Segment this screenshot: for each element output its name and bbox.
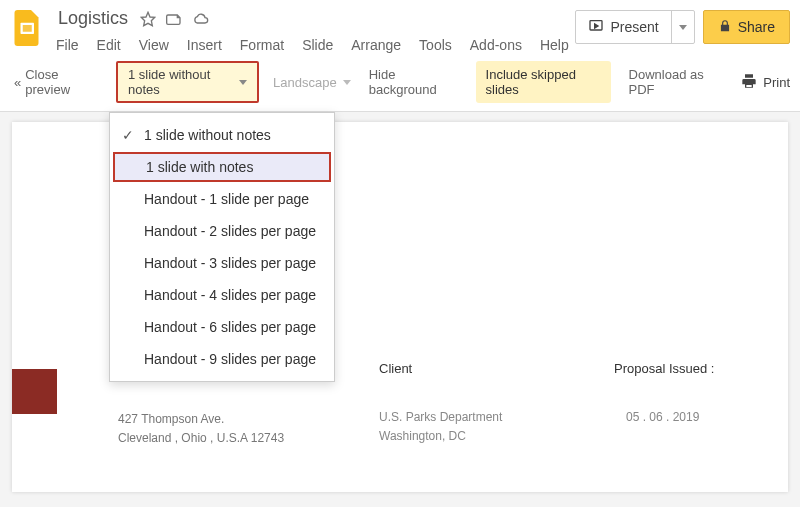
dropdown-item-label: 1 slide without notes: [144, 127, 322, 143]
dropdown-item-handout-2[interactable]: Handout - 2 slides per page: [110, 215, 334, 247]
dropdown-item-label: Handout - 9 slides per page: [144, 351, 322, 367]
print-toolbar: « Close preview 1 slide without notes La…: [0, 53, 800, 112]
dropdown-item-label: Handout - 4 slides per page: [144, 287, 322, 303]
include-skipped-button[interactable]: Include skipped slides: [476, 61, 611, 103]
menu-file[interactable]: File: [56, 37, 79, 53]
caret-down-icon: [679, 25, 687, 30]
share-button[interactable]: Share: [703, 10, 790, 44]
caret-down-icon: [343, 80, 351, 85]
dropdown-item-label: 1 slide with notes: [146, 159, 320, 175]
slide-color-block: [12, 369, 57, 414]
present-button[interactable]: Present: [576, 11, 671, 43]
client-body: U.S. Parks Department Washington, DC: [379, 408, 502, 446]
layout-dropdown-label: 1 slide without notes: [128, 67, 233, 97]
lock-icon: [718, 19, 732, 36]
doc-title[interactable]: Logistics: [56, 6, 130, 31]
print-icon: [741, 73, 757, 92]
client-line2: Washington, DC: [379, 427, 502, 446]
proposal-heading: Proposal Issued :: [614, 361, 714, 376]
check-icon: ✓: [122, 127, 144, 143]
present-button-group: Present: [575, 10, 694, 44]
close-preview-label: Close preview: [25, 67, 98, 97]
client-line1: U.S. Parks Department: [379, 408, 502, 427]
menu-view[interactable]: View: [139, 37, 169, 53]
dropdown-item-label: Handout - 6 slides per page: [144, 319, 322, 335]
cloud-icon[interactable]: [192, 11, 210, 27]
proposal-date: 05 . 06 . 2019: [626, 410, 699, 424]
menu-bar: File Edit View Insert Format Slide Arran…: [56, 37, 575, 53]
svg-marker-2: [141, 12, 154, 25]
layout-dropdown-button[interactable]: 1 slide without notes: [116, 61, 259, 103]
svg-marker-4: [595, 24, 598, 28]
present-icon: [588, 18, 604, 37]
menu-addons[interactable]: Add-ons: [470, 37, 522, 53]
chevron-left-icon: «: [14, 75, 21, 90]
dropdown-item-label: Handout - 2 slides per page: [144, 223, 322, 239]
dropdown-item-1-no-notes[interactable]: ✓ 1 slide without notes: [110, 119, 334, 151]
menu-format[interactable]: Format: [240, 37, 284, 53]
dropdown-item-handout-3[interactable]: Handout - 3 slides per page: [110, 247, 334, 279]
dropdown-item-handout-1[interactable]: Handout - 1 slide per page: [110, 183, 334, 215]
dropdown-item-handout-4[interactable]: Handout - 4 slides per page: [110, 279, 334, 311]
menu-arrange[interactable]: Arrange: [351, 37, 401, 53]
move-icon[interactable]: [166, 11, 182, 27]
slides-logo: [10, 6, 46, 50]
menu-slide[interactable]: Slide: [302, 37, 333, 53]
print-label: Print: [763, 75, 790, 90]
present-label: Present: [610, 19, 658, 35]
slide-address: 427 Thompson Ave. Cleveland , Ohio , U.S…: [118, 410, 284, 448]
dropdown-item-handout-6[interactable]: Handout - 6 slides per page: [110, 311, 334, 343]
hide-background-button[interactable]: Hide background: [365, 63, 462, 101]
print-button[interactable]: Print: [741, 73, 790, 92]
present-dropdown-button[interactable]: [672, 11, 694, 43]
orientation-label: Landscape: [273, 75, 337, 90]
menu-edit[interactable]: Edit: [97, 37, 121, 53]
orientation-dropdown[interactable]: Landscape: [273, 75, 351, 90]
menu-help[interactable]: Help: [540, 37, 569, 53]
star-icon[interactable]: [140, 11, 156, 27]
dropdown-item-handout-9[interactable]: Handout - 9 slides per page: [110, 343, 334, 375]
client-heading: Client: [379, 361, 412, 376]
dropdown-item-1-with-notes[interactable]: 1 slide with notes: [113, 152, 331, 182]
caret-down-icon: [239, 80, 247, 85]
menu-insert[interactable]: Insert: [187, 37, 222, 53]
svg-rect-1: [23, 25, 32, 32]
dropdown-item-label: Handout - 3 slides per page: [144, 255, 322, 271]
dropdown-item-label: Handout - 1 slide per page: [144, 191, 322, 207]
menu-tools[interactable]: Tools: [419, 37, 452, 53]
address-line2: Cleveland , Ohio , U.S.A 12743: [118, 429, 284, 448]
download-pdf-button[interactable]: Download as PDF: [625, 63, 728, 101]
close-preview-button[interactable]: « Close preview: [10, 63, 102, 101]
layout-dropdown-menu: ✓ 1 slide without notes 1 slide with not…: [109, 112, 335, 382]
address-line1: 427 Thompson Ave.: [118, 410, 284, 429]
share-label: Share: [738, 19, 775, 35]
